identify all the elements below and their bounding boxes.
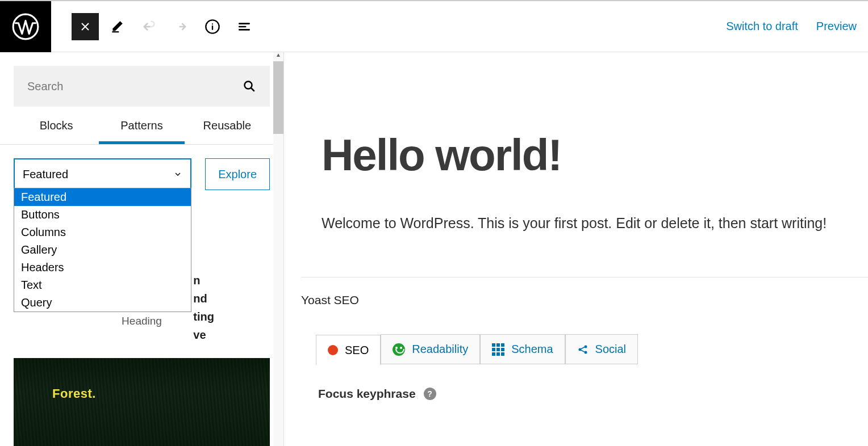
tab-patterns[interactable]: Patterns [99,119,184,144]
yoast-tab-social[interactable]: Social [565,334,638,364]
preview-link[interactable]: Preview [816,20,857,33]
search-input[interactable]: Search [14,66,270,107]
svg-rect-1 [112,31,119,32]
svg-point-5 [584,345,587,348]
tab-blocks[interactable]: Blocks [14,119,99,144]
dropdown-option[interactable]: Headers [14,259,191,276]
yoast-tab-seo[interactable]: SEO [316,335,381,365]
svg-point-4 [578,348,581,351]
yoast-tab-label: Social [595,343,626,356]
tab-reusable[interactable]: Reusable [185,119,270,144]
dropdown-option[interactable]: Query [14,294,191,312]
help-icon[interactable]: ? [424,388,436,400]
dropdown-selected-value: Featured [23,168,68,181]
outline-button[interactable] [231,13,258,40]
scroll-up-arrow-icon[interactable]: ▲ [275,52,282,58]
editor-content: Hello world! Welcome to WordPress. This … [284,52,868,446]
forest-title: Forest. [52,386,96,401]
pattern-preview-text-partial: n nd ting ve [193,271,214,344]
edit-button[interactable] [103,13,131,40]
yoast-tab-schema[interactable]: Schema [480,334,565,364]
dropdown-option[interactable]: Gallery [14,241,191,259]
scrollbar-thumb[interactable] [273,61,283,134]
explore-button[interactable]: Explore [205,158,270,190]
redo-button[interactable] [167,13,194,40]
yoast-tab-label: Readability [412,343,468,356]
grid-icon [492,343,504,356]
search-icon [243,79,256,93]
close-inserter-button[interactable] [72,13,99,40]
seo-status-dot-icon [328,345,338,355]
wordpress-logo[interactable] [0,1,51,52]
dropdown-listbox: Featured Buttons Columns Gallery Headers… [14,188,191,312]
dropdown-option[interactable]: Columns [14,224,191,241]
dropdown-option[interactable]: Featured [14,188,191,206]
post-body[interactable]: Welcome to WordPress. This is your first… [322,215,851,232]
chevron-down-icon [173,170,182,179]
pattern-category-dropdown[interactable]: Featured [14,158,191,190]
undo-button[interactable] [135,13,162,40]
yoast-tab-label: SEO [345,344,369,357]
scrollbar[interactable]: ▲ [273,52,283,446]
pattern-label: Heading [14,315,270,327]
smiley-icon [393,343,405,356]
focus-keyphrase-label: Focus keyphrase ? [318,387,868,401]
search-placeholder: Search [27,80,63,93]
dropdown-option[interactable]: Buttons [14,206,191,224]
yoast-tab-label: Schema [511,343,553,356]
switch-to-draft-link[interactable]: Switch to draft [726,20,798,33]
svg-point-0 [13,14,38,39]
pattern-preview-forest[interactable]: Forest. [14,358,270,446]
post-title[interactable]: Hello world! [322,129,868,181]
svg-point-6 [584,351,587,354]
block-inserter-sidebar: Search Blocks Patterns Reusable Featured… [0,52,284,446]
yoast-seo-panel: Yoast SEO SEO Readability Schema Social [301,277,868,401]
dropdown-option[interactable]: Text [14,276,191,294]
share-icon [577,344,589,355]
info-button[interactable] [199,13,226,40]
top-toolbar: Switch to draft Preview [0,0,868,52]
yoast-title: Yoast SEO [301,293,868,307]
yoast-tab-readability[interactable]: Readability [381,334,480,364]
